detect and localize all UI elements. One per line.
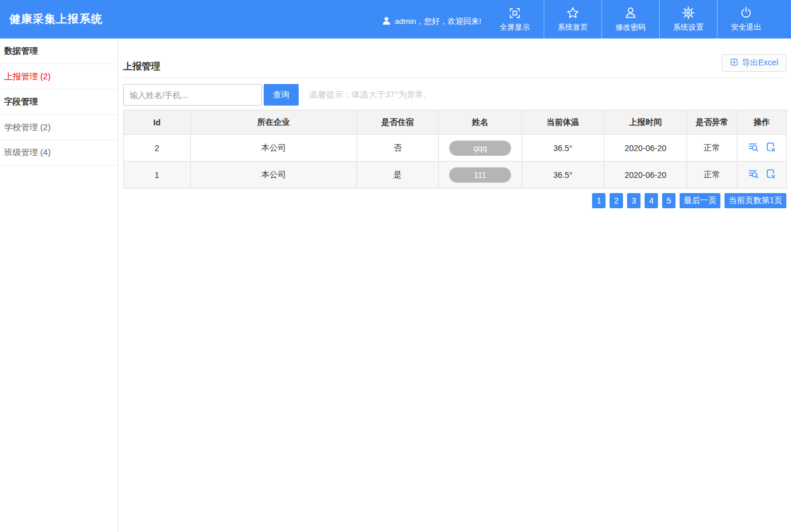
search-input[interactable] [123,84,262,106]
main-content: 上报管理 导出Excel 查询 温馨提示：体温大于37°为异常。 Id [118,38,791,532]
column-header-id: Id [124,110,191,135]
star-icon [566,6,580,20]
cell-id: 1 [124,162,191,188]
gear-icon [681,6,695,20]
page-button-4[interactable]: 4 [645,193,658,208]
cell-resident: 否 [357,135,439,162]
cell-company: 本公司 [191,162,357,188]
pagination: 1 2 3 4 5 最后一页 当前页数第1页 [123,193,786,208]
view-detail-icon[interactable] [747,141,760,153]
nav-change-password[interactable]: 修改密码 [601,0,659,38]
page-button-1[interactable]: 1 [592,193,606,208]
name-pill-button[interactable]: qqq [449,141,511,156]
nav-label: 系统设置 [673,22,704,33]
page-button-3[interactable]: 3 [627,193,640,208]
nav-home[interactable]: 系统首页 [544,0,601,38]
nav-logout[interactable]: 安全退出 [717,0,775,38]
user-greeting: admin，您好，欢迎回来! [377,13,486,30]
power-icon [739,6,753,20]
view-detail-icon[interactable] [747,168,760,180]
nav-label: 修改密码 [615,22,646,33]
search-button[interactable]: 查询 [264,84,299,106]
cell-resident: 是 [357,162,439,188]
sidebar-item-field-management[interactable]: 字段管理 [0,89,118,115]
sidebar-item-school-management[interactable]: 学校管理 (2) [0,115,118,141]
fullscreen-icon [508,6,522,20]
column-header-resident: 是否住宿 [357,110,439,135]
top-nav: 全屏显示 系统首页 修改密码 [486,0,775,38]
export-icon [730,58,738,68]
table-row: 2 本公司 否 qqq 36.5° 2020-06-20 正常 [124,135,787,162]
nav-label: 安全退出 [731,22,761,33]
page-title: 上报管理 [123,61,160,72]
name-pill-button[interactable]: 111 [449,167,511,183]
column-header-temperature: 当前体温 [522,110,604,135]
column-header-abnormal: 是否异常 [687,110,737,135]
cell-temperature: 36.5° [522,135,604,162]
search-hint: 温馨提示：体温大于37°为异常。 [309,89,432,100]
cell-status: 正常 [687,162,737,188]
delete-record-icon[interactable] [765,141,777,153]
page-header: 上报管理 导出Excel [123,38,786,78]
sidebar-item-data-management[interactable]: 数据管理 [0,38,118,64]
nav-fullscreen[interactable]: 全屏显示 [486,0,544,38]
nav-label: 全屏显示 [500,22,530,33]
cell-actions [737,135,787,162]
cell-report-date: 2020-06-20 [604,135,687,162]
table-row: 1 本公司 是 111 36.5° 2020-06-20 正常 [124,162,787,188]
header-right: admin，您好，欢迎回来! 全屏显示 系统首页 [377,0,791,38]
column-header-actions: 操作 [737,110,787,135]
cell-actions [737,162,787,188]
cell-name: 111 [439,162,522,188]
report-table: Id 所在企业 是否住宿 姓名 当前体温 上报时间 是否异常 操作 2 本公司 … [123,110,787,188]
column-header-name: 姓名 [439,110,522,135]
search-row: 查询 温馨提示：体温大于37°为异常。 [123,84,786,106]
last-page-button[interactable]: 最后一页 [680,193,720,208]
export-excel-button[interactable]: 导出Excel [722,54,786,72]
app-header: 健康采集上报系统 admin，您好，欢迎回来! 全屏显示 [0,0,791,38]
cell-temperature: 36.5° [522,162,604,188]
greeting-text: admin，您好，欢迎回来! [394,16,481,27]
nav-label: 系统首页 [558,22,588,33]
sidebar-item-report-management[interactable]: 上报管理 (2) [0,64,118,90]
cell-company: 本公司 [191,135,357,162]
sidebar-item-class-management[interactable]: 班级管理 (4) [0,140,118,166]
column-header-report-time: 上报时间 [604,110,687,135]
current-page-indicator: 当前页数第1页 [724,193,786,208]
sidebar: 数据管理 上报管理 (2) 字段管理 学校管理 (2) 班级管理 (4) [0,38,118,532]
cell-id: 2 [124,135,191,162]
user-avatar-icon [382,16,391,27]
delete-record-icon[interactable] [765,168,777,180]
column-header-company: 所在企业 [191,110,357,135]
nav-settings[interactable]: 系统设置 [659,0,717,38]
user-icon [624,6,638,20]
table-header-row: Id 所在企业 是否住宿 姓名 当前体温 上报时间 是否异常 操作 [124,110,787,135]
cell-name: qqq [439,135,522,162]
cell-status: 正常 [687,135,737,162]
page-button-2[interactable]: 2 [610,193,623,208]
cell-report-date: 2020-06-20 [604,162,687,188]
app-title: 健康采集上报系统 [0,0,103,38]
export-label: 导出Excel [742,58,778,68]
layout: 数据管理 上报管理 (2) 字段管理 学校管理 (2) 班级管理 (4) 上报管… [0,38,791,532]
page-button-5[interactable]: 5 [662,193,676,208]
